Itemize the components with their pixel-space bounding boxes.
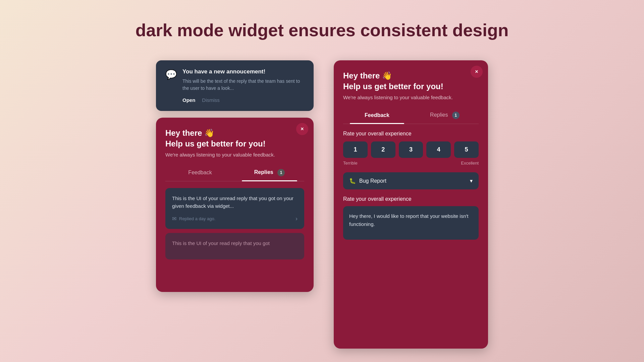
left-tabs: Feedback Replies 1	[165, 164, 304, 181]
left-widget-greeting: Hey there 👋	[165, 128, 304, 138]
rating-label: Rate your overall experience	[343, 131, 479, 137]
rating-min: Terrible	[343, 161, 358, 166]
left-tab-replies[interactable]: Replies 1	[235, 164, 304, 181]
left-column: 💬 You have a new annoucement! This will …	[156, 60, 314, 292]
page-title: dark mode widget ensures consistent desi…	[136, 20, 509, 40]
right-tab-replies-label: Replies	[430, 112, 448, 118]
left-widget-header: Hey there 👋 Help us get better for you! …	[165, 128, 304, 158]
reply-card-text: This is the UI of your unread reply that…	[172, 195, 298, 210]
reply-footer: ✉ Replied a day ago. ›	[172, 215, 298, 222]
right-tab-replies[interactable]: Replies 1	[411, 107, 479, 124]
right-feedback-widget: × Hey there 👋 Help us get better for you…	[334, 60, 488, 349]
right-tab-feedback[interactable]: Feedback	[343, 107, 411, 124]
reply-card-read-text: This is the UI of your read reply that y…	[172, 240, 298, 247]
right-column: × Hey there 👋 Help us get better for you…	[334, 60, 488, 349]
dropdown-text: Bug Report	[359, 178, 386, 184]
left-tab-content: This is the UI of your unread reply that…	[165, 181, 304, 259]
rating-btn-3[interactable]: 3	[399, 141, 423, 158]
category-dropdown[interactable]: 🐛 Bug Report ▾	[343, 172, 479, 189]
open-button[interactable]: Open	[182, 97, 195, 103]
announcement-content: You have a new annoucement! This will be…	[182, 68, 304, 103]
right-close-button[interactable]: ×	[471, 66, 483, 78]
right-replies-badge: 1	[452, 112, 460, 119]
announcement-actions: Open Dismiss	[182, 97, 304, 103]
left-tab-replies-label: Replies	[254, 169, 273, 175]
widgets-row: 💬 You have a new annoucement! This will …	[0, 60, 644, 349]
left-feedback-widget: × Hey there 👋 Help us get better for you…	[156, 118, 314, 292]
chevron-down-icon: ▾	[470, 178, 473, 184]
rating-extremes: Terrible Excellent	[343, 161, 479, 166]
right-widget-subtitle: Help us get better for you!	[343, 82, 479, 91]
rating-buttons: 1 2 3 4 5	[343, 141, 479, 158]
feedback-textarea-box[interactable]: Hey there, I would like to report that y…	[343, 206, 479, 240]
right-widget-desc: We're always listening to your valuable …	[343, 95, 479, 100]
right-widget-header: Hey there 👋 Help us get better for you! …	[343, 71, 479, 100]
right-tabs: Feedback Replies 1	[343, 107, 479, 124]
right-widget-greeting: Hey there 👋	[343, 71, 479, 80]
announcement-title: You have a new annoucement!	[182, 68, 304, 75]
reply-meta: ✉ Replied a day ago.	[172, 216, 215, 222]
reply-arrow-icon: ›	[296, 215, 298, 222]
reply-time: Replied a day ago.	[179, 216, 215, 221]
dismiss-button[interactable]: Dismiss	[202, 97, 220, 103]
rating-btn-1[interactable]: 1	[343, 141, 368, 158]
announcement-card: 💬 You have a new annoucement! This will …	[156, 60, 314, 111]
rating-btn-4[interactable]: 4	[426, 141, 451, 158]
reply-card-unread[interactable]: This is the UI of your unread reply that…	[165, 188, 304, 229]
dropdown-label: 🐛 Bug Report	[349, 178, 386, 184]
left-replies-badge: 1	[277, 169, 285, 176]
left-widget-desc: We're always listening to your valuable …	[165, 152, 304, 158]
announcement-icon: 💬	[165, 69, 177, 80]
right-rating-section: Rate your overall experience 1 2 3 4 5 T…	[343, 131, 479, 240]
reply-card-read[interactable]: This is the UI of your read reply that y…	[165, 233, 304, 259]
bug-icon: 🐛	[349, 178, 356, 184]
mail-icon: ✉	[172, 216, 176, 222]
rating-max: Excellent	[461, 161, 479, 166]
left-close-button[interactable]: ×	[296, 123, 308, 135]
rating-btn-5[interactable]: 5	[454, 141, 479, 158]
rate-label2: Rate your overall experience	[343, 196, 479, 202]
left-widget-subtitle: Help us get better for you!	[165, 139, 304, 148]
announcement-body: This will be the text of the reply that …	[182, 78, 304, 92]
feedback-textarea-text: Hey there, I would like to report that y…	[349, 212, 473, 228]
rating-btn-2[interactable]: 2	[371, 141, 395, 158]
left-tab-feedback[interactable]: Feedback	[165, 164, 235, 181]
